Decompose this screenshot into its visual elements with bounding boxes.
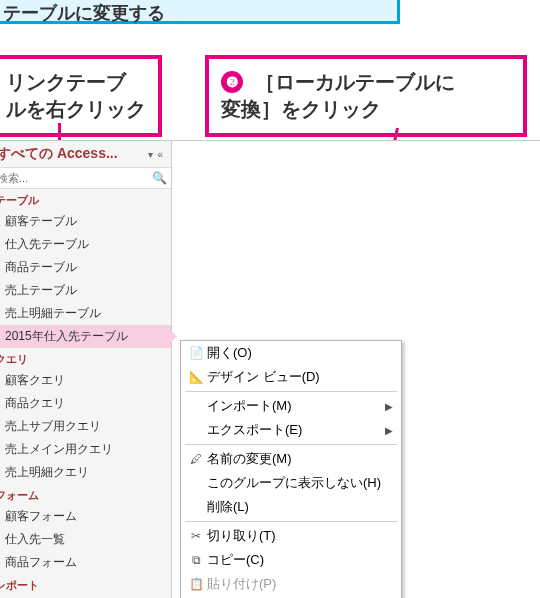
rename-icon: 🖊: [185, 452, 207, 466]
menu-hide-in-group[interactable]: このグループに表示しない(H): [181, 471, 401, 495]
hint-box: テーブルに変更する: [0, 0, 400, 24]
paste-icon: 📋: [185, 577, 207, 591]
table-item[interactable]: 顧客テーブル: [0, 210, 171, 233]
copy-icon: ⧉: [185, 553, 207, 567]
group-forms[interactable]: フォーム: [0, 484, 171, 505]
search-input[interactable]: [0, 170, 152, 186]
menu-design-view[interactable]: 📐 デザイン ビュー(D): [181, 365, 401, 389]
cut-icon: ✂: [185, 529, 207, 543]
open-icon: 📄: [185, 346, 207, 360]
table-item[interactable]: 売上テーブル: [0, 279, 171, 302]
group-reports[interactable]: レポート: [0, 574, 171, 595]
callout-2-line2: 変換］をクリック: [221, 98, 381, 120]
context-menu: 📄 開く(O) 📐 デザイン ビュー(D) インポート(M) ▶ エクスポート(…: [180, 340, 402, 598]
query-item[interactable]: 商品クエリ: [0, 392, 171, 415]
form-item[interactable]: 顧客フォーム: [0, 505, 171, 528]
menu-import[interactable]: インポート(M) ▶: [181, 394, 401, 418]
menu-separator: [185, 521, 397, 522]
menu-delete[interactable]: 削除(L): [181, 495, 401, 519]
nav-title: すべての Access...: [0, 145, 146, 163]
callout-1-line1: リンクテーブ: [6, 71, 126, 93]
menu-separator: [185, 391, 397, 392]
callout-2: ❷ ［ローカルテーブルに 変換］をクリック: [205, 55, 527, 137]
table-item[interactable]: 商品テーブル: [0, 256, 171, 279]
hint-text: テーブルに変更する: [3, 3, 165, 23]
menu-cut[interactable]: ✂ 切り取り(T): [181, 524, 401, 548]
query-item[interactable]: 売上メイン用クエリ: [0, 438, 171, 461]
submenu-arrow-icon: ▶: [377, 425, 393, 436]
menu-rename[interactable]: 🖊 名前の変更(M): [181, 447, 401, 471]
menu-open[interactable]: 📄 開く(O): [181, 341, 401, 365]
search-row: 🔍: [0, 168, 171, 189]
query-item[interactable]: 売上サブ用クエリ: [0, 415, 171, 438]
collapse-icon[interactable]: «: [155, 149, 165, 160]
callout-2-line1: ［ローカルテーブルに: [255, 71, 455, 93]
menu-paste: 📋 貼り付け(P): [181, 572, 401, 596]
navigation-pane: すべての Access... ▾ « 🔍 テーブル 顧客テーブル 仕入先テーブル…: [0, 140, 172, 598]
submenu-arrow-icon: ▶: [377, 401, 393, 412]
search-icon[interactable]: 🔍: [152, 171, 167, 185]
form-item[interactable]: 商品フォーム: [0, 551, 171, 574]
group-tables[interactable]: テーブル: [0, 189, 171, 210]
menu-copy[interactable]: ⧉ コピー(C): [181, 548, 401, 572]
form-item[interactable]: 仕入先一覧: [0, 528, 171, 551]
callout-1-line2: ルを右クリック: [6, 98, 146, 120]
table-item-selected[interactable]: 2015年仕入先テーブル: [0, 325, 171, 348]
menu-separator: [185, 444, 397, 445]
table-item[interactable]: 売上明細テーブル: [0, 302, 171, 325]
table-item[interactable]: 仕入先テーブル: [0, 233, 171, 256]
chevron-down-icon[interactable]: ▾: [146, 149, 155, 160]
callout-1: リンクテーブ ルを右クリック: [0, 55, 162, 137]
design-icon: 📐: [185, 370, 207, 384]
nav-header[interactable]: すべての Access... ▾ «: [0, 141, 171, 168]
menu-export[interactable]: エクスポート(E) ▶: [181, 418, 401, 442]
callout-2-number: ❷: [221, 71, 243, 93]
query-item[interactable]: 顧客クエリ: [0, 369, 171, 392]
group-queries[interactable]: クエリ: [0, 348, 171, 369]
query-item[interactable]: 売上明細クエリ: [0, 461, 171, 484]
